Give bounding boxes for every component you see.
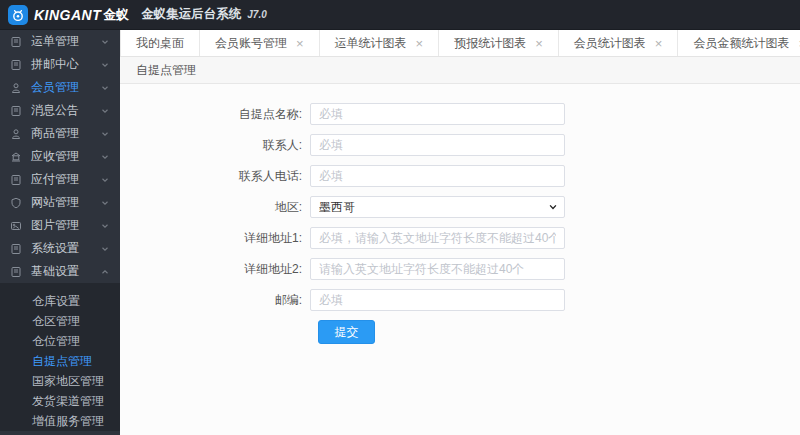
tab-label: 会员账号管理 [215,35,287,52]
sidebar-item-label: 网站管理 [31,194,100,211]
person-icon [10,82,22,94]
sidebar-item-website-mgmt[interactable]: 网站管理 [0,191,120,214]
region-label: 地区: [120,199,310,216]
address1-label: 详细地址1: [120,230,310,247]
sidebar-item-label: 图片管理 [31,217,100,234]
sidebar-item-goods-mgmt[interactable]: 商品管理 [0,122,120,145]
submenu-item-warehouse-zone[interactable]: 仓区管理 [0,311,120,331]
pickup-name-input[interactable] [310,103,565,125]
contact-phone-input[interactable] [310,165,565,187]
sidebar-item-label: 拼邮中心 [31,56,100,73]
sidebar-item-label: 应付管理 [31,171,100,188]
sidebar-item-mail-center[interactable]: 拼邮中心 [0,53,120,76]
sidebar-nav: 运单管理 拼邮中心 会员管理 消息公告 商品管理 应收管理 应付管理 网站管理 [0,30,120,435]
sidebar-item-payables[interactable]: 应付管理 [0,168,120,191]
close-tab-icon[interactable]: × [535,37,543,50]
app-version: J7.0 [247,9,266,20]
tab-label: 会员金额统计图表 [693,35,789,52]
submenu-item-warehouse-slot[interactable]: 仓位管理 [0,331,120,351]
shield-icon [10,197,22,209]
zipcode-label: 邮编: [120,292,310,309]
page-title-bar: 自提点管理 [120,57,800,84]
tab-label: 会员统计图表 [574,35,646,52]
chevron-down-icon [100,106,110,116]
tab-bar: 我的桌面 会员账号管理 × 运单统计图表 × 预报统计图表 × 会员统计图表 ×… [120,30,800,57]
brand-name-cn: 金蚁 [103,6,129,24]
chevron-down-icon [100,221,110,231]
address2-label: 详细地址2: [120,261,310,278]
chevron-down-icon [100,129,110,139]
app-title: 金蚁集运后台系统 [141,6,241,23]
close-tab-icon[interactable]: × [296,37,304,50]
sidebar-item-system-settings[interactable]: 系统设置 [0,237,120,260]
tab-waybill-stats-chart[interactable]: 运单统计图表 × [320,30,440,56]
chevron-down-icon [100,198,110,208]
bank-icon [10,151,22,163]
main-area: 我的桌面 会员账号管理 × 运单统计图表 × 预报统计图表 × 会员统计图表 ×… [120,30,800,435]
tab-label: 我的桌面 [136,35,184,52]
region-select-wrap: 墨西哥 [310,196,565,218]
address2-input[interactable] [310,258,565,280]
pickup-name-label: 自提点名称: [120,106,310,123]
sidebar-item-label: 应收管理 [31,148,100,165]
sidebar-item-label: 系统设置 [31,240,100,257]
region-select[interactable]: 墨西哥 [310,196,565,218]
mail-doc-icon [10,59,22,71]
sidebar-item-label: 会员管理 [31,79,100,96]
person-icon [10,128,22,140]
chevron-up-icon [100,267,110,277]
zipcode-input[interactable] [310,289,565,311]
waybill-doc-icon [10,36,22,48]
image-icon [10,220,22,232]
payable-doc-icon [10,174,22,186]
tab-label: 预报统计图表 [454,35,526,52]
chevron-down-icon [100,152,110,162]
sidebar-item-basic-settings[interactable]: 基础设置 [0,260,120,283]
tab-forecast-stats-chart[interactable]: 预报统计图表 × [439,30,559,56]
contact-label: 联系人: [120,137,310,154]
chevron-down-icon [100,37,110,47]
submenu-item-warehouse-settings[interactable]: 仓库设置 [0,291,120,311]
sidebar-item-member-mgmt[interactable]: 会员管理 [0,76,120,99]
chevron-down-icon [100,175,110,185]
close-tab-icon[interactable]: × [416,37,424,50]
brand-name: KINGANT [34,7,101,23]
submenu-item-country-region[interactable]: 国家地区管理 [0,371,120,391]
sidebar-item-label: 运单管理 [31,33,100,50]
tab-my-desktop[interactable]: 我的桌面 [120,30,200,56]
sidebar-item-notices[interactable]: 消息公告 [0,99,120,122]
pickup-point-form: 自提点名称: 联系人: 联系人电话: 地区: 墨西哥 详细地址1: 详细 [120,84,800,344]
sidebar-item-label: 消息公告 [31,102,100,119]
sidebar-item-image-mgmt[interactable]: 图片管理 [0,214,120,237]
chevron-down-icon [100,244,110,254]
submit-button[interactable]: 提交 [318,320,375,344]
contact-phone-label: 联系人电话: [120,168,310,185]
tab-member-stats-chart[interactable]: 会员统计图表 × [559,30,679,56]
app-header: KINGANT 金蚁 金蚁集运后台系统 J7.0 [0,0,800,30]
notice-doc-icon [10,105,22,117]
sidebar-item-receivables[interactable]: 应收管理 [0,145,120,168]
close-tab-icon[interactable]: × [655,37,663,50]
tab-member-amount-stats-chart[interactable]: 会员金额统计图表 × [678,30,800,56]
contact-input[interactable] [310,134,565,156]
page-title: 自提点管理 [136,62,196,79]
system-doc-icon [10,243,22,255]
tab-member-account-mgmt[interactable]: 会员账号管理 × [200,30,320,56]
submenu-item-value-added-service[interactable]: 增值服务管理 [0,411,120,431]
address1-input[interactable] [310,227,565,249]
basic-doc-icon [10,266,22,278]
submenu-item-pickup-point[interactable]: 自提点管理 [0,351,120,371]
sidebar-item-label: 基础设置 [31,263,100,280]
chevron-down-icon [100,60,110,70]
tab-label: 运单统计图表 [335,35,407,52]
chevron-down-icon [100,83,110,93]
basic-settings-submenu: 仓库设置 仓区管理 仓位管理 自提点管理 国家地区管理 发货渠道管理 增值服务管… [0,283,120,431]
ant-logo-icon [8,5,28,25]
sidebar-item-waybill-mgmt[interactable]: 运单管理 [0,30,120,53]
submenu-item-shipping-channel[interactable]: 发货渠道管理 [0,391,120,411]
sidebar-item-label: 商品管理 [31,125,100,142]
